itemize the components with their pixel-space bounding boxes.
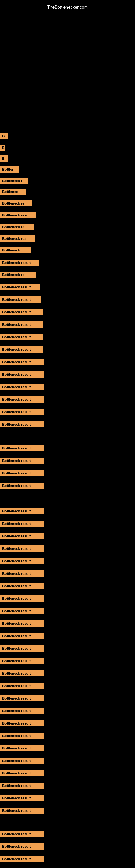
bottleneck-result-item: Bottler <box>0 166 19 173</box>
bottleneck-result-item: Bottleneck result <box>0 570 44 577</box>
bottleneck-result-item: Bottleneck result <box>0 521 44 527</box>
bottleneck-result-item: Bottleneck result <box>0 683 44 689</box>
bottleneck-result-item: Bottleneck result <box>0 595 44 601</box>
bottleneck-result-item: Bottleneck result <box>0 409 44 415</box>
bottleneck-result-item: Bottleneck result <box>0 831 44 837</box>
bottleneck-result-item: Bottleneck result <box>0 608 44 614</box>
cursor-line <box>1 125 1 131</box>
bottleneck-result-item: B <box>0 133 8 139</box>
bottleneck-result-item: Bottleneck result <box>0 396 44 403</box>
bottleneck-result-item: Bottleneck result <box>0 346 43 352</box>
bottleneck-result-item: Bottleneck result <box>0 359 44 365</box>
bottleneck-result-item: Bottleneck result <box>0 583 44 589</box>
bottleneck-result-item: Bottleneck result <box>0 720 44 726</box>
site-title: TheBottlenecker.com <box>0 2 135 12</box>
bottleneck-result-item: Bottleneck re <box>0 200 32 207</box>
bottleneck-result-item: Bottleneck result <box>0 508 44 514</box>
bottleneck-result-item: Bottleneck result <box>0 371 44 378</box>
bottleneck-result-item: Bottleneck result <box>0 745 44 751</box>
bottleneck-result-item: Bottleneck result <box>0 458 44 464</box>
bottleneck-result-item: Bottleneck result <box>0 633 44 639</box>
bottleneck-result-item: E <box>0 145 5 151</box>
bottleneck-result-item: Bottleneck result <box>0 421 44 428</box>
bottleneck-result-item: Bottleneck resu <box>0 212 37 218</box>
bottleneck-result-item: Bottleneck result <box>0 695 44 702</box>
bottleneck-result-item: Bottleneck re <box>0 224 34 230</box>
bottleneck-result-item: Bottleneck result <box>0 483 44 489</box>
bottleneck-result-item: Bottleneck result <box>0 733 44 739</box>
bottleneck-result-item: Bottleneck result <box>0 658 44 664</box>
bottleneck-result-item: Bottleneck r <box>0 178 28 184</box>
bottleneck-result-item: Bottleneck result <box>0 645 44 652</box>
bottleneck-result-item: Bottleneck result <box>0 558 44 564</box>
bottleneck-result-item: Bottleneck result <box>0 334 43 340</box>
bottleneck-result-item: Bottleneck result <box>0 309 43 315</box>
bottleneck-result-item: Bottlenec <box>0 188 27 195</box>
bottleneck-result-item: Bottleneck result <box>0 856 44 862</box>
bottleneck-result-item: Bottleneck result <box>0 795 44 801</box>
bottleneck-result-item: Bottleneck result <box>0 445 44 452</box>
bottleneck-result-item: Bottleneck result <box>0 620 44 627</box>
bottleneck-result-item: Bottleneck result <box>0 470 44 476</box>
bottleneck-result-item: B <box>0 155 8 162</box>
bottleneck-result-item: Bottleneck result <box>0 843 44 849</box>
bottleneck-result-item: Bottleneck result <box>0 284 41 290</box>
bottleneck-result-item: Bottleneck re <box>0 272 37 278</box>
bottleneck-result-item: Bottleneck result <box>0 546 44 552</box>
bottleneck-result-item: Bottleneck result <box>0 757 44 764</box>
bottleneck-result-item: Bottleneck result <box>0 321 43 328</box>
bottleneck-result-item: Bottleneck result <box>0 384 44 390</box>
bottleneck-result-item: Bottleneck result <box>0 807 44 814</box>
bottleneck-result-item: Bottleneck result <box>0 782 44 789</box>
bottleneck-result-item: Bottleneck result <box>0 770 44 776</box>
bottleneck-result-item: Bottleneck result <box>0 533 44 539</box>
bottleneck-result-item: Bottleneck result <box>0 259 39 266</box>
bottleneck-result-item: Bottleneck result <box>0 708 44 714</box>
bottleneck-result-item: Bottleneck result <box>0 297 41 303</box>
bottleneck-result-item: Bottleneck res <box>0 236 35 242</box>
bottleneck-result-item: Bottleneck result <box>0 670 44 677</box>
bottleneck-result-item: Bottleneck <box>0 247 31 253</box>
